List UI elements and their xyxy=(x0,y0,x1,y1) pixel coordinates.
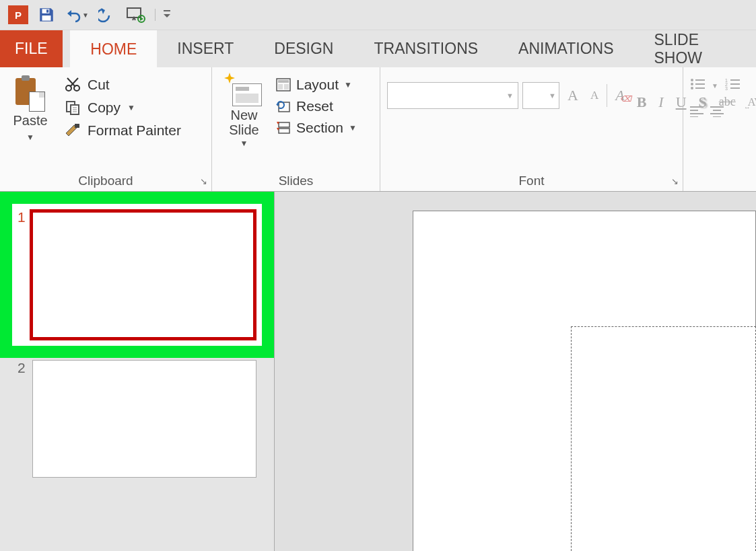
bullets-button[interactable] xyxy=(690,77,705,94)
save-button[interactable] xyxy=(38,6,55,24)
content-placeholder[interactable] xyxy=(571,326,756,551)
align-left-icon xyxy=(690,106,703,117)
powerpoint-app-icon: P xyxy=(8,5,28,24)
copy-button[interactable]: Copy ▼ xyxy=(65,100,181,116)
svg-rect-17 xyxy=(279,128,289,133)
tab-animations[interactable]: ANIMATIONS xyxy=(498,30,633,67)
section-button[interactable]: Section ▼ xyxy=(276,120,357,136)
tutorial-highlight: 1 xyxy=(0,192,274,358)
paste-icon xyxy=(15,74,45,112)
numbering-icon: 123 xyxy=(725,78,740,90)
group-font-label: Font xyxy=(518,174,544,188)
format-painter-label: Format Painter xyxy=(88,122,181,139)
slide-1-preview xyxy=(30,209,256,340)
svg-rect-16 xyxy=(279,122,289,127)
svg-rect-36 xyxy=(710,113,724,114)
font-launcher[interactable]: ↘ xyxy=(671,176,679,186)
increase-font-button[interactable]: A xyxy=(563,87,582,104)
svg-rect-25 xyxy=(730,79,740,81)
svg-rect-13 xyxy=(278,84,283,89)
format-painter-button[interactable]: Format Painter xyxy=(65,122,181,139)
reset-button[interactable]: Reset xyxy=(276,98,357,114)
undo-dropdown-icon[interactable]: ▼ xyxy=(82,11,89,19)
cut-label: Cut xyxy=(88,77,110,93)
copy-dropdown-icon[interactable]: ▼ xyxy=(127,103,135,112)
ribbon: Paste ▼ Cut Copy ▼ Format Painter xyxy=(0,67,756,192)
svg-rect-35 xyxy=(713,110,721,111)
copy-label: Copy xyxy=(88,100,121,116)
section-dropdown-icon[interactable]: ▼ xyxy=(349,123,357,133)
slide-thumbnail-1[interactable]: 1 xyxy=(12,204,262,346)
bullets-icon xyxy=(690,78,705,90)
bullets-dropdown-icon[interactable]: ▼ xyxy=(712,82,718,89)
svg-point-20 xyxy=(691,83,693,85)
new-slide-dropdown-icon[interactable]: ▼ xyxy=(240,139,248,148)
save-icon xyxy=(38,6,55,24)
redo-button[interactable] xyxy=(98,7,117,23)
start-from-beginning-button[interactable] xyxy=(127,7,145,23)
slide-edit-area[interactable] xyxy=(274,192,756,551)
svg-rect-32 xyxy=(690,113,703,114)
svg-point-22 xyxy=(691,87,693,89)
paste-label: Paste xyxy=(13,113,47,128)
tab-file[interactable]: FILE xyxy=(0,30,63,67)
undo-button[interactable]: ▼ xyxy=(65,7,89,23)
section-label: Section xyxy=(296,120,343,136)
tab-home[interactable]: HOME xyxy=(70,30,157,67)
italic-button[interactable]: I xyxy=(654,94,667,111)
tab-insert[interactable]: INSERT xyxy=(157,30,254,67)
clear-formatting-button[interactable]: A⌫ xyxy=(611,87,628,104)
svg-text:3: 3 xyxy=(725,86,728,90)
clipboard-launcher[interactable]: ↘ xyxy=(200,176,207,186)
slide-thumbnail-pane: 1 2 xyxy=(0,192,274,551)
svg-rect-10 xyxy=(75,124,79,128)
qat-customize-button[interactable] xyxy=(155,9,172,21)
group-clipboard-label: Clipboard xyxy=(78,174,133,188)
cut-button[interactable]: Cut xyxy=(65,77,181,93)
undo-icon xyxy=(65,7,83,23)
character-spacing-button[interactable]: AV↔▼ xyxy=(744,96,756,108)
svg-rect-12 xyxy=(278,80,289,83)
slide-2-preview xyxy=(32,360,256,478)
slide-number-1: 1 xyxy=(18,209,27,340)
svg-rect-23 xyxy=(695,87,705,89)
redo-icon xyxy=(98,7,117,23)
group-clipboard: Paste ▼ Cut Copy ▼ Format Painter xyxy=(0,67,212,191)
svg-rect-30 xyxy=(690,106,703,108)
scissors-icon xyxy=(65,77,81,93)
tab-slideshow[interactable]: SLIDE SHOW xyxy=(634,30,756,67)
svg-rect-2 xyxy=(46,9,48,12)
new-slide-button[interactable]: New Slide ▼ xyxy=(219,71,269,148)
align-center-button[interactable] xyxy=(710,104,724,121)
numbering-button[interactable]: 123 xyxy=(725,77,740,94)
layout-dropdown-icon[interactable]: ▼ xyxy=(344,80,352,89)
svg-rect-19 xyxy=(695,79,705,81)
font-name-combo[interactable]: ▼ xyxy=(387,82,518,109)
group-paragraph: ▼ 123 xyxy=(683,67,756,191)
tab-transitions[interactable]: TRANSITIONS xyxy=(353,30,498,67)
group-slides-label: Slides xyxy=(279,174,314,188)
paste-button[interactable]: Paste ▼ xyxy=(7,71,54,142)
layout-icon xyxy=(276,78,291,91)
svg-rect-14 xyxy=(284,84,289,89)
svg-rect-21 xyxy=(695,83,705,85)
layout-button[interactable]: Layout ▼ xyxy=(276,77,357,93)
bold-button[interactable]: B xyxy=(633,94,651,111)
svg-rect-27 xyxy=(730,83,740,85)
svg-rect-1 xyxy=(42,15,51,21)
new-slide-label: New Slide xyxy=(229,108,259,137)
format-painter-icon xyxy=(65,122,81,139)
align-left-button[interactable] xyxy=(690,104,703,121)
work-area: 1 2 xyxy=(0,192,756,551)
tab-design[interactable]: DESIGN xyxy=(254,30,353,67)
copy-icon xyxy=(65,100,81,116)
font-size-combo[interactable]: ▼ xyxy=(522,82,559,109)
align-center-icon xyxy=(710,106,724,117)
new-slide-icon xyxy=(227,74,262,106)
customize-icon xyxy=(162,9,172,21)
paste-dropdown-icon[interactable]: ▼ xyxy=(26,133,34,142)
svg-rect-37 xyxy=(713,116,721,117)
decrease-font-button[interactable]: A xyxy=(586,89,603,102)
slide-thumbnail-2[interactable]: 2 xyxy=(0,358,274,478)
slide-number-2: 2 xyxy=(18,360,27,478)
